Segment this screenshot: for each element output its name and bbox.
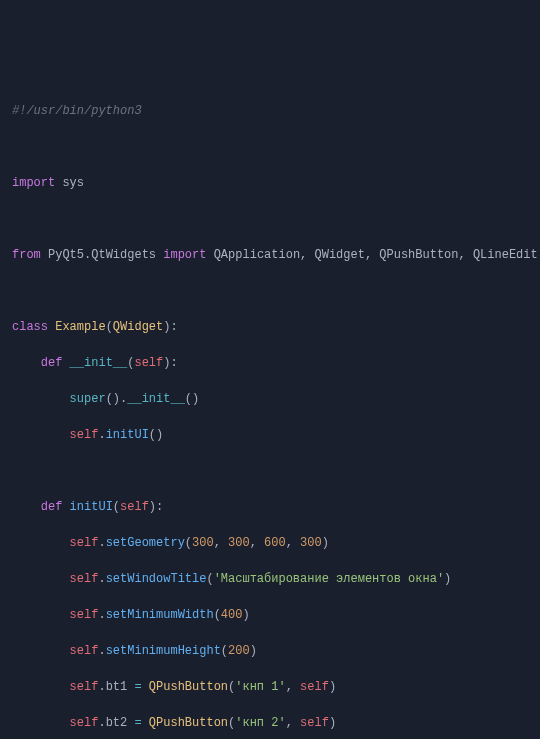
blank-line (12, 282, 528, 300)
code-line: super().__init__() (12, 390, 528, 408)
blank-line (12, 210, 528, 228)
code-line: class Example(QWidget): (12, 318, 528, 336)
code-line: self.bt1 = QPushButton('кнп 1', self) (12, 678, 528, 696)
code-line: from PyQt5.QtWidgets import QApplication… (12, 246, 528, 264)
code-line: self.initUI() (12, 426, 528, 444)
code-line: def initUI(self): (12, 498, 528, 516)
code-line: self.setMinimumHeight(200) (12, 642, 528, 660)
blank-line (12, 462, 528, 480)
blank-line (12, 138, 528, 156)
code-line: #!/usr/bin/python3 (12, 102, 528, 120)
code-line: self.setMinimumWidth(400) (12, 606, 528, 624)
code-line: self.bt2 = QPushButton('кнп 2', self) (12, 714, 528, 732)
code-line: def __init__(self): (12, 354, 528, 372)
shebang-comment: #!/usr/bin/python3 (12, 104, 142, 118)
code-line: import sys (12, 174, 528, 192)
code-line: self.setGeometry(300, 300, 600, 300) (12, 534, 528, 552)
code-editor: #!/usr/bin/python3 import sys from PyQt5… (12, 84, 528, 739)
code-line: self.setWindowTitle('Масштабирование эле… (12, 570, 528, 588)
